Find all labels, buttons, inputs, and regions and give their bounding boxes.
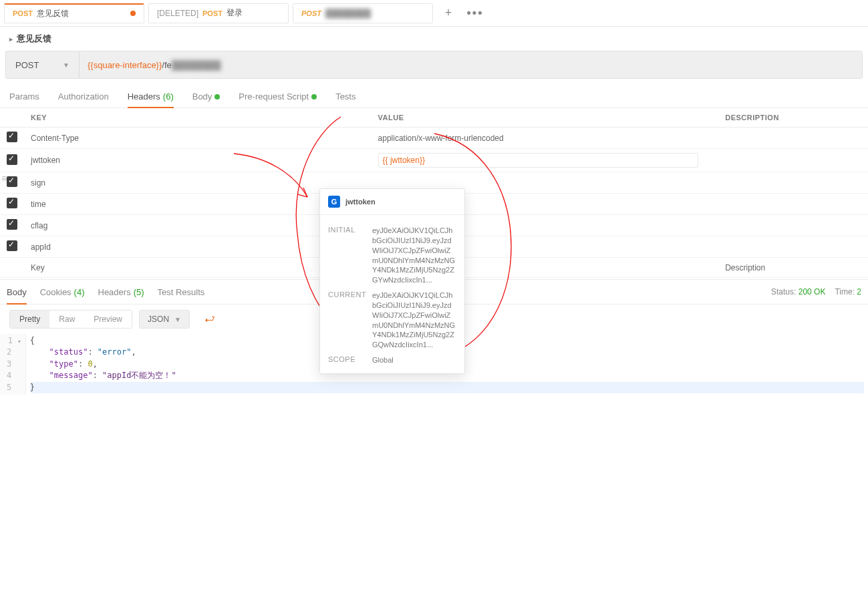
header-description[interactable] xyxy=(718,172,868,194)
table-row: jwttoken{{ jwttoken}} xyxy=(0,149,868,172)
method-badge: POST xyxy=(301,9,321,17)
new-description-input[interactable]: Description xyxy=(718,258,868,278)
response-meta: Status: 200 OK Time: 2 xyxy=(771,287,861,297)
unsaved-dot-icon xyxy=(130,11,136,16)
col-key: KEY xyxy=(24,108,372,128)
resp-headers-count: (5) xyxy=(134,287,144,297)
tab-params[interactable]: Params xyxy=(9,85,39,108)
global-scope-badge: G xyxy=(328,196,340,208)
tab-title: 登录 xyxy=(227,7,243,19)
row-checkbox[interactable] xyxy=(7,198,17,208)
url-input[interactable]: {{square-interface}} /fe████████ xyxy=(80,51,862,78)
resp-tab-cookies[interactable]: Cookies (4) xyxy=(40,280,85,304)
header-value[interactable]: {{ jwttoken}} xyxy=(372,149,719,172)
tab-tests[interactable]: Tests xyxy=(335,85,355,108)
method-select-value: POST xyxy=(15,60,39,70)
header-key[interactable]: Content-Type xyxy=(24,128,372,149)
request-tab-2[interactable]: POST ████████ xyxy=(293,3,433,23)
row-drag-handle-icon[interactable]: ≡ xyxy=(0,172,7,185)
response-time: 2 xyxy=(857,287,861,297)
header-description[interactable] xyxy=(718,149,868,172)
url-row: POST ▼ {{square-interface}} /fe████████ xyxy=(5,51,863,79)
url-path-blurred: ████████ xyxy=(172,60,221,70)
tab-title-blurred: ████████ xyxy=(325,9,371,18)
resp-tab-test-results[interactable]: Test Results xyxy=(158,280,205,304)
format-select[interactable]: JSON ▼ xyxy=(139,310,190,329)
tab-overflow-button[interactable]: ••• xyxy=(464,3,486,23)
chevron-down-icon: ▼ xyxy=(174,316,181,323)
tab-body[interactable]: Body xyxy=(192,85,221,108)
row-checkbox[interactable] xyxy=(7,132,17,142)
scope-value: Global xyxy=(372,355,456,365)
header-key[interactable]: jwttoken xyxy=(24,149,372,172)
request-tabs-bar: POST 意见反馈 [DELETED] POST 登录 POST ███████… xyxy=(0,0,868,27)
view-mode-segment: Pretty Raw Preview xyxy=(9,310,132,329)
resp-tab-body[interactable]: Body xyxy=(7,280,27,304)
row-checkbox[interactable] xyxy=(7,240,17,251)
chevron-down-icon: ▼ xyxy=(63,61,69,69)
variable-name: jwttoken xyxy=(345,198,376,206)
view-preview[interactable]: Preview xyxy=(84,311,132,328)
initial-label: INITIAL xyxy=(328,226,366,285)
cookies-count: (4) xyxy=(74,287,85,297)
app-root: POST 意见反馈 [DELETED] POST 登录 POST ███████… xyxy=(0,0,868,591)
breadcrumb: ▸ 意见反馈 xyxy=(0,27,868,51)
row-checkbox[interactable] xyxy=(7,219,17,230)
header-value-input[interactable]: {{ jwttoken}} xyxy=(378,153,699,168)
view-raw[interactable]: Raw xyxy=(49,311,84,328)
initial-value: eyJ0eXAiOiJKV1QiLCJhbGciOiJIUzI1NiJ9.eyJ… xyxy=(372,226,456,285)
tab-prerequest[interactable]: Pre-request Script xyxy=(239,85,317,108)
status-code: 200 OK xyxy=(799,287,826,297)
view-pretty[interactable]: Pretty xyxy=(10,311,49,328)
tab-title: 意见反馈 xyxy=(37,8,69,19)
tab-authorization[interactable]: Authorization xyxy=(58,85,109,108)
body-dot-icon xyxy=(214,94,220,100)
url-variable: {{square-interface}} xyxy=(88,60,162,70)
line-gutter: 1 ▾ 2 3 4 5 xyxy=(0,334,26,395)
col-description: DESCRIPTION xyxy=(718,108,868,128)
table-row: Content-Typeapplication/x-www-form-urlen… xyxy=(0,128,868,149)
url-path: /fe████████ xyxy=(162,60,221,70)
current-label: CURRENT xyxy=(328,290,366,350)
header-description[interactable] xyxy=(718,236,868,258)
request-tab-0[interactable]: POST 意见反馈 xyxy=(4,3,144,23)
breadcrumb-title: 意见反馈 xyxy=(17,33,51,45)
row-checkbox[interactable] xyxy=(7,176,17,187)
header-description[interactable] xyxy=(718,194,868,215)
method-badge: POST xyxy=(13,9,33,17)
line-wrap-toggle-icon[interactable]: ⮐ xyxy=(200,311,219,328)
headers-count: (6) xyxy=(163,91,174,102)
header-description[interactable] xyxy=(718,215,868,236)
header-value[interactable]: application/x-www-form-urlencoded xyxy=(372,128,719,149)
new-tab-button[interactable]: + xyxy=(437,3,460,23)
header-description[interactable] xyxy=(718,128,868,149)
method-badge: POST xyxy=(202,9,223,17)
tab-headers[interactable]: Headers (6) xyxy=(128,85,174,108)
resp-tab-headers[interactable]: Headers (5) xyxy=(98,280,144,304)
col-value: VALUE xyxy=(372,108,719,128)
request-tab-1[interactable]: [DELETED] POST 登录 xyxy=(148,3,289,23)
scope-label: SCOPE xyxy=(328,355,366,365)
method-select[interactable]: POST ▼ xyxy=(6,51,80,78)
deleted-prefix: [DELETED] xyxy=(157,9,198,18)
row-checkbox[interactable] xyxy=(7,154,17,165)
collapse-triangle-icon[interactable]: ▸ xyxy=(9,35,13,43)
request-sub-tabs: Params Authorization Headers (6) Body Pr… xyxy=(0,85,868,108)
code-line: } xyxy=(30,382,864,393)
prereq-dot-icon xyxy=(311,94,317,100)
variable-popover: G jwttoken INITIAL eyJ0eXAiOiJKV1QiLCJhb… xyxy=(319,188,465,374)
current-value: eyJ0eXAiOiJKV1QiLCJhbGciOiJIUzI1NiJ9.eyJ… xyxy=(372,290,456,350)
